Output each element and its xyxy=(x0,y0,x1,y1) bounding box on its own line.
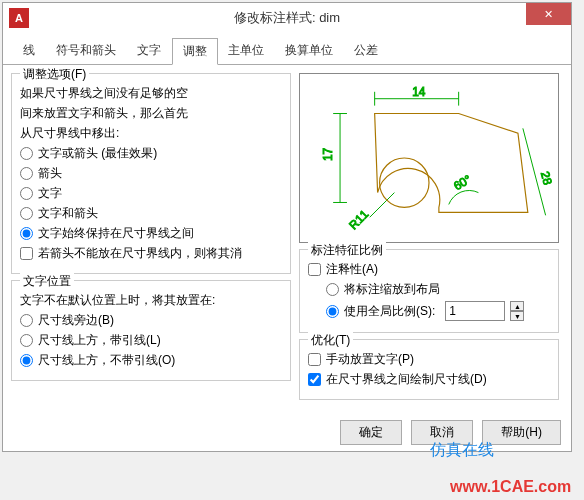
radio-label: 将标注缩放到布局 xyxy=(344,281,440,298)
radio-label: 文字始终保持在尺寸界线之间 xyxy=(38,225,194,242)
radio-label: 使用全局比例(S): xyxy=(344,303,435,320)
check-manual-place[interactable]: 手动放置文字(P) xyxy=(308,351,550,368)
svg-line-11 xyxy=(370,193,395,218)
tab-text[interactable]: 文字 xyxy=(127,38,172,64)
radio-label: 文字或箭头 (最佳效果) xyxy=(38,145,157,162)
tab-symbols[interactable]: 符号和箭头 xyxy=(46,38,127,64)
ok-button[interactable]: 确定 xyxy=(340,420,402,445)
radio-label: 箭头 xyxy=(38,165,62,182)
watermark-text: 仿真在线 xyxy=(430,440,494,461)
titlebar: 修改标注样式: dim xyxy=(3,3,571,33)
radio-label: 尺寸线旁边(B) xyxy=(38,312,114,329)
tab-line[interactable]: 线 xyxy=(13,38,46,64)
tab-primary-units[interactable]: 主单位 xyxy=(218,38,275,64)
tab-tolerances[interactable]: 公差 xyxy=(344,38,389,64)
tab-bar: 线 符号和箭头 文字 调整 主单位 换算单位 公差 xyxy=(3,33,571,65)
radio-text-and-arrows[interactable]: 文字和箭头 xyxy=(20,205,282,222)
fit-options-title: 调整选项(F) xyxy=(20,66,89,83)
text-placement-group: 文字位置 文字不在默认位置上时，将其放置在: 尺寸线旁边(B) 尺寸线上方，带引… xyxy=(11,280,291,381)
check-draw-dimline[interactable]: 在尺寸界线之间绘制尺寸线(D) xyxy=(308,371,550,388)
finetune-group: 优化(T) 手动放置文字(P) 在尺寸界线之间绘制尺寸线(D) xyxy=(299,339,559,400)
global-scale-input[interactable] xyxy=(445,301,505,321)
svg-text:R11: R11 xyxy=(346,207,372,233)
fit-desc-2: 间来放置文字和箭头，那么首先 xyxy=(20,104,282,122)
watermark-url: www.1CAE.com xyxy=(450,478,571,496)
radio-label: 文字和箭头 xyxy=(38,205,98,222)
content-area: 调整选项(F) 如果尺寸界线之间没有足够的空 间来放置文字和箭头，那么首先 从尺… xyxy=(3,65,571,414)
text-placement-title: 文字位置 xyxy=(20,273,74,290)
radio-label: 尺寸线上方，带引线(L) xyxy=(38,332,161,349)
radio-text-or-arrows[interactable]: 文字或箭头 (最佳效果) xyxy=(20,145,282,162)
app-icon xyxy=(9,8,29,28)
fit-options-group: 调整选项(F) 如果尺寸界线之间没有足够的空 间来放置文字和箭头，那么首先 从尺… xyxy=(11,73,291,274)
radio-arrows[interactable]: 箭头 xyxy=(20,165,282,182)
radio-label: 文字 xyxy=(38,185,62,202)
preview-panel: 14 17 28 60° R11 xyxy=(299,73,559,243)
radio-over-with-leader[interactable]: 尺寸线上方，带引线(L) xyxy=(20,332,282,349)
svg-text:17: 17 xyxy=(321,148,335,161)
tab-alternate-units[interactable]: 换算单位 xyxy=(275,38,344,64)
check-annotative[interactable]: 注释性(A) xyxy=(308,261,550,278)
svg-text:28: 28 xyxy=(538,170,555,187)
radio-scale-layout[interactable]: 将标注缩放到布局 xyxy=(326,281,550,298)
radio-over-without-leader[interactable]: 尺寸线上方，不带引线(O) xyxy=(20,352,282,369)
svg-point-13 xyxy=(380,158,429,207)
scale-group: 标注特征比例 注释性(A) 将标注缩放到布局 使用全局比例(S): ▲▼ xyxy=(299,249,559,333)
tab-fit[interactable]: 调整 xyxy=(172,38,218,65)
preview-drawing: 14 17 28 60° R11 xyxy=(300,74,558,242)
check-label: 注释性(A) xyxy=(326,261,378,278)
close-button[interactable] xyxy=(526,3,571,25)
help-button[interactable]: 帮助(H) xyxy=(482,420,561,445)
svg-text:14: 14 xyxy=(412,85,426,99)
check-label: 若箭头不能放在尺寸界线内，则将其消 xyxy=(38,245,242,262)
check-label: 手动放置文字(P) xyxy=(326,351,414,368)
spin-down[interactable]: ▼ xyxy=(510,311,524,321)
check-suppress-arrows[interactable]: 若箭头不能放在尺寸界线内，则将其消 xyxy=(20,245,282,262)
radio-text[interactable]: 文字 xyxy=(20,185,282,202)
text-placement-desc: 文字不在默认位置上时，将其放置在: xyxy=(20,291,282,309)
check-label: 在尺寸界线之间绘制尺寸线(D) xyxy=(326,371,487,388)
finetune-title: 优化(T) xyxy=(308,332,353,349)
fit-desc-3: 从尺寸界线中移出: xyxy=(20,124,282,142)
radio-label: 尺寸线上方，不带引线(O) xyxy=(38,352,175,369)
radio-global-scale[interactable]: 使用全局比例(S): xyxy=(326,303,435,320)
dialog-window: 修改标注样式: dim 线 符号和箭头 文字 调整 主单位 换算单位 公差 调整… xyxy=(2,2,572,452)
fit-desc-1: 如果尺寸界线之间没有足够的空 xyxy=(20,84,282,102)
window-title: 修改标注样式: dim xyxy=(234,9,340,27)
scale-title: 标注特征比例 xyxy=(308,242,386,259)
radio-always-inside[interactable]: 文字始终保持在尺寸界线之间 xyxy=(20,225,282,242)
global-scale-spinner[interactable]: ▲▼ xyxy=(445,301,524,321)
spin-up[interactable]: ▲ xyxy=(510,301,524,311)
radio-beside[interactable]: 尺寸线旁边(B) xyxy=(20,312,282,329)
